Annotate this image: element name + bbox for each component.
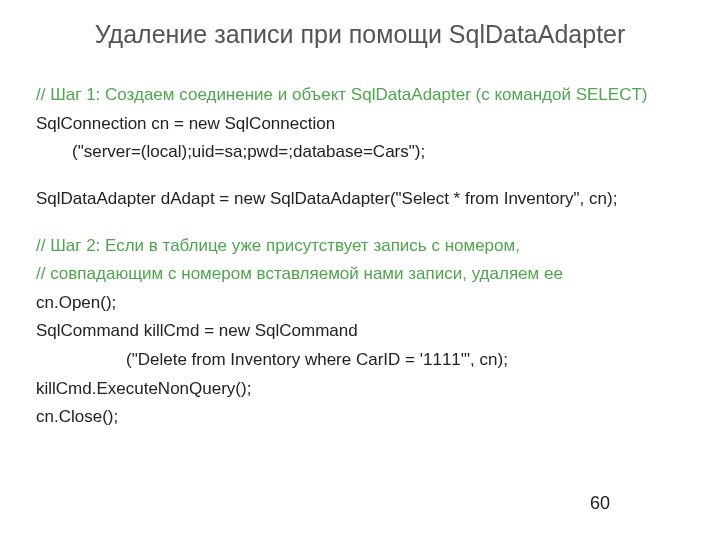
slide-body: // Шаг 1: Создаем соединение и объект Sq… — [36, 83, 684, 430]
code-line: cn.Close(); — [36, 405, 684, 430]
code-line: SqlDataAdapter dAdapt = new SqlDataAdapt… — [36, 187, 684, 212]
code-line: SqlCommand killCmd = new SqlCommand — [36, 319, 684, 344]
code-line: killCmd.ExecuteNonQuery(); — [36, 377, 684, 402]
comment-step1: // Шаг 1: Создаем соединение и объект Sq… — [36, 83, 684, 108]
comment-step2a: // Шаг 2: Если в таблице уже присутствуе… — [36, 234, 684, 259]
spacer — [36, 216, 684, 234]
code-line: ("Delete from Inventory where CarID = '1… — [36, 348, 684, 373]
spacer — [36, 169, 684, 187]
code-line: ("server=(local);uid=sa;pwd=;database=Ca… — [36, 140, 684, 165]
code-line: SqlConnection cn = new SqlConnection — [36, 112, 684, 137]
code-line: cn.Open(); — [36, 291, 684, 316]
slide: Удаление записи при помощи SqlDataAdapte… — [0, 0, 720, 540]
page-number: 60 — [590, 493, 610, 514]
comment-step2b: // совпадающим с номером вставляемой нам… — [36, 262, 684, 287]
slide-title: Удаление записи при помощи SqlDataAdapte… — [36, 20, 684, 49]
